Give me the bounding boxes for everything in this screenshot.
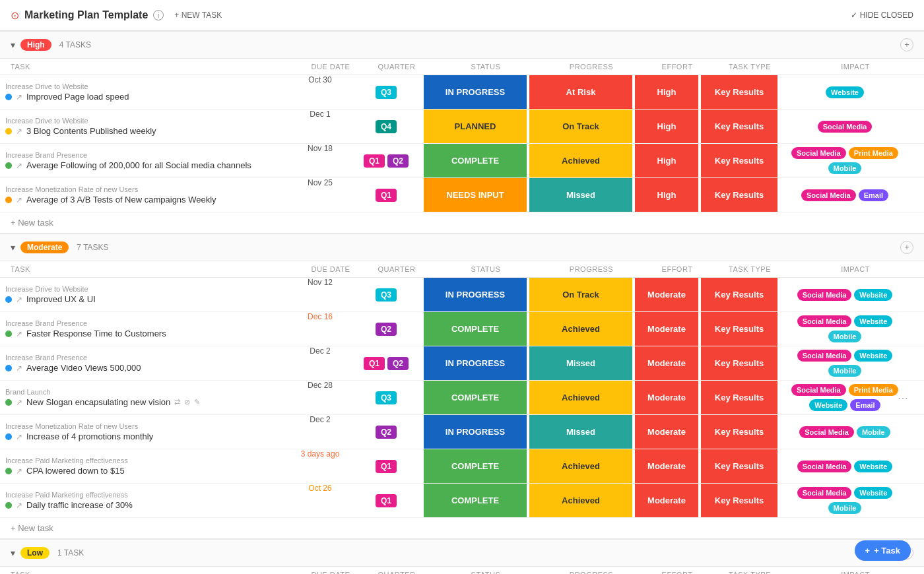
group-header-high: ▾ High 4 TASKS + — [0, 31, 924, 59]
task-effort: Moderate — [634, 415, 700, 449]
task-quarter: Q4 — [350, 110, 422, 143]
app-header: ⊙ Marketing Plan Template i + NEW TASK ✓… — [0, 0, 924, 31]
task-link-icon: ↗ — [16, 466, 22, 476]
task-progress[interactable]: Achieved — [528, 484, 634, 517]
task-type: Key Results — [700, 449, 779, 483]
group-toggle-high[interactable]: ▾ — [11, 40, 15, 50]
col-header-due: DUE DATE — [301, 571, 360, 574]
col-header-tasktype: TASK TYPE — [710, 63, 789, 71]
task-status[interactable]: IN PROGRESS — [422, 415, 528, 449]
impact-tag: Mobile — [828, 331, 862, 342]
task-status[interactable]: IN PROGRESS — [422, 346, 528, 380]
task-effort: High — [634, 75, 700, 109]
task-status[interactable]: COMPLETE — [422, 484, 528, 517]
task-progress[interactable]: Achieved — [528, 312, 634, 346]
task-impact: Social Media — [779, 110, 911, 143]
add-task-floating-button[interactable]: + + Task — [855, 540, 911, 561]
task-name-text[interactable]: Increase of 4 promotions monthly — [26, 431, 153, 441]
col-header-impact: IMPACT — [789, 571, 921, 574]
table-row: Increase Brand Presence ↗ Faster Respons… — [0, 312, 924, 346]
add-task-row-moderate[interactable]: + New task — [0, 518, 924, 539]
task-name-text[interactable]: CPA lowered down to $15 — [26, 466, 125, 476]
impact-tag: Website — [854, 461, 892, 472]
task-name-text[interactable]: Daily traffic increase of 30% — [26, 500, 133, 510]
task-name-text[interactable]: 3 Blog Contents Published weekly — [26, 126, 156, 136]
task-progress[interactable]: On Track — [528, 110, 634, 143]
task-subtitle: Increase Brand Presence — [5, 319, 285, 327]
row-menu-button[interactable]: ⋯ — [898, 391, 908, 404]
task-status[interactable]: COMPLETE — [422, 381, 528, 414]
new-task-button[interactable]: + NEW TASK — [169, 8, 227, 22]
task-name-text[interactable]: New Slogan encapsulating new vision — [26, 397, 170, 407]
task-status[interactable]: COMPLETE — [422, 312, 528, 346]
task-progress[interactable]: Missed — [528, 178, 634, 212]
task-status[interactable]: IN PROGRESS — [422, 278, 528, 311]
project-status-icon[interactable]: ⊙ — [11, 9, 19, 22]
tasktype-badge: Key Results — [701, 312, 777, 346]
task-name: ↗ Average Video Views 500,000 — [5, 363, 285, 373]
progress-badge: Achieved — [529, 484, 632, 517]
task-dot — [5, 502, 12, 509]
task-dot — [5, 331, 12, 337]
status-badge: IN PROGRESS — [424, 75, 527, 109]
add-group-button-high[interactable]: + — [900, 38, 913, 51]
task-name-text[interactable]: Average Video Views 500,000 — [26, 363, 141, 373]
task-name-text[interactable]: Faster Response Time to Customers — [26, 329, 166, 338]
task-progress[interactable]: Achieved — [528, 381, 634, 414]
tasktype-badge: Key Results — [701, 415, 777, 449]
progress-badge: Missed — [529, 346, 632, 380]
task-progress[interactable]: Missed — [528, 415, 634, 449]
task-dot — [5, 197, 12, 203]
task-dot — [5, 399, 12, 406]
task-link-icon: ↗ — [16, 398, 22, 407]
group-toggle-moderate[interactable]: ▾ — [11, 242, 15, 253]
task-quarter: Q1Q2 — [350, 346, 422, 380]
effort-badge: Moderate — [635, 312, 698, 346]
info-icon[interactable]: i — [153, 10, 164, 20]
task-link-icon: ↗ — [16, 364, 22, 373]
task-link-icon: ↗ — [16, 329, 22, 338]
hide-closed-button[interactable]: ✓ HIDE CLOSED — [851, 11, 913, 20]
task-link-icon: ↗ — [16, 92, 22, 102]
task-status[interactable]: COMPLETE — [422, 144, 528, 177]
group-toggle-low[interactable]: ▾ — [11, 548, 15, 558]
task-status[interactable]: NEEDS INPUT — [422, 178, 528, 212]
task-name-text[interactable]: Improved Page load speed — [26, 92, 129, 102]
task-progress[interactable]: Achieved — [528, 144, 634, 177]
impact-tag: Website — [854, 350, 892, 362]
task-type: Key Results — [700, 278, 779, 311]
task-name-text[interactable]: Average Following of 200,000 for all Soc… — [26, 160, 251, 170]
progress-badge: Achieved — [529, 144, 632, 177]
task-subtitle: Increase Monetization Rate of new Users — [5, 185, 285, 193]
task-name: ↗ CPA lowered down to $15 — [5, 466, 285, 476]
task-progress[interactable]: At Risk — [528, 75, 634, 109]
status-badge: IN PROGRESS — [424, 278, 527, 311]
task-name-text[interactable]: Improved UX & UI — [26, 294, 96, 304]
task-status[interactable]: COMPLETE — [422, 449, 528, 483]
task-effort: High — [634, 110, 700, 143]
task-status[interactable]: IN PROGRESS — [422, 75, 528, 109]
task-progress[interactable]: On Track — [528, 278, 634, 311]
task-name: ↗ 3 Blog Contents Published weekly — [5, 126, 285, 136]
add-group-button-moderate[interactable]: + — [900, 241, 913, 254]
task-effort: High — [634, 144, 700, 177]
task-type: Key Results — [700, 415, 779, 449]
task-effort: Moderate — [634, 278, 700, 311]
task-progress[interactable]: Missed — [528, 346, 634, 380]
add-task-row-high[interactable]: + New task — [0, 212, 924, 234]
task-progress[interactable]: Achieved — [528, 449, 634, 483]
task-status[interactable]: PLANNED — [422, 110, 528, 143]
task-dot — [5, 433, 12, 440]
task-impact: Social MediaWebsite — [779, 449, 911, 483]
table-row: Increase Drive to Website ↗ Improved Pag… — [0, 75, 924, 110]
task-impact: Social MediaWebsiteMobile — [779, 484, 911, 517]
task-link-icon: ↗ — [16, 432, 22, 441]
task-name-text[interactable]: Average of 3 A/B Tests of New campaigns … — [26, 195, 216, 205]
task-effort: Moderate — [634, 346, 700, 380]
impact-tag: Social Media — [801, 189, 856, 201]
task-count-high: 4 TASKS — [59, 40, 91, 49]
progress-badge: Achieved — [529, 449, 632, 483]
col-header-effort: EFFORT — [644, 63, 710, 71]
task-edit-icon[interactable]: ✎ — [194, 398, 200, 406]
task-dot — [5, 365, 12, 371]
